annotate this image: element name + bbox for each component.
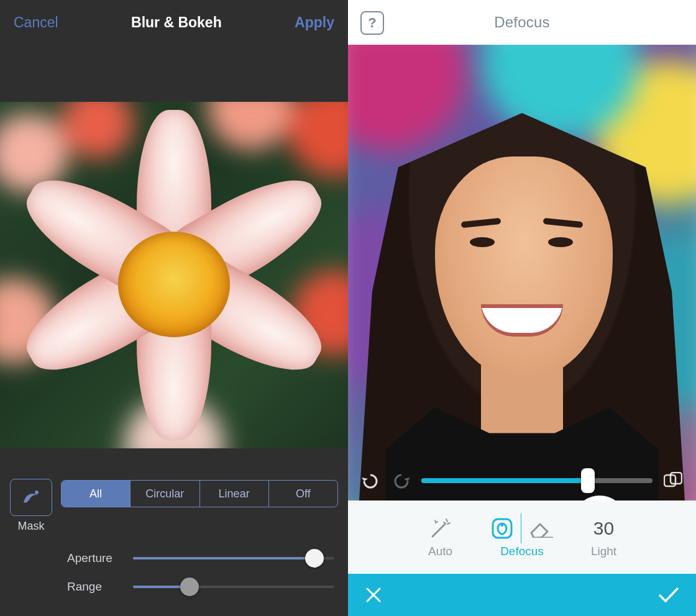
tool-light-label: Light [591, 545, 616, 558]
aperture-slider[interactable] [133, 557, 334, 559]
mask-button[interactable] [10, 479, 52, 516]
left-header: Cancel Blur & Bokeh Apply [0, 0, 348, 45]
defocus-knob[interactable] [581, 468, 595, 493]
defocus-icon [491, 517, 513, 540]
segment-linear[interactable]: Linear [200, 481, 269, 507]
defocus-screen: ? Defocus [348, 0, 696, 616]
range-label: Range [67, 580, 124, 594]
help-button[interactable]: ? [360, 11, 384, 35]
confirm-icon[interactable] [657, 586, 680, 604]
redo-icon[interactable] [392, 473, 410, 489]
preview-image[interactable] [348, 45, 696, 500]
tool-defocus[interactable]: Defocus [491, 516, 554, 558]
undo-icon[interactable] [362, 473, 380, 489]
tool-auto[interactable]: Auto [413, 516, 469, 558]
svg-point-4 [501, 524, 503, 527]
range-slider[interactable] [133, 586, 334, 588]
bottom-bar [348, 574, 696, 616]
light-value: 30 [593, 518, 614, 539]
flower-subject [26, 127, 322, 424]
segment-circular[interactable]: Circular [130, 481, 199, 507]
close-icon[interactable] [364, 586, 383, 604]
wand-icon [429, 517, 452, 540]
segment-off[interactable]: Off [269, 481, 337, 507]
tool-strip: Auto Defocus 30 [348, 500, 696, 574]
svg-point-0 [35, 491, 39, 494]
preview-image[interactable] [0, 102, 348, 448]
blur-mode-segmented[interactable]: All Circular Linear Off [61, 480, 338, 507]
tool-defocus-label: Defocus [500, 545, 544, 558]
mask-label: Mask [17, 520, 44, 533]
blur-bokeh-screen: Cancel Blur & Bokeh Apply [0, 0, 348, 616]
apply-button[interactable]: Apply [295, 14, 334, 31]
aperture-label: Aperture [67, 551, 124, 565]
tool-auto-label: Auto [428, 545, 452, 558]
tool-light[interactable]: 30 Light [576, 516, 632, 558]
page-title: Blur & Bokeh [131, 14, 222, 31]
compare-icon[interactable] [664, 472, 682, 489]
controls-panel: Mask All Circular Linear Off Aperture [0, 479, 348, 616]
defocus-slider[interactable] [421, 478, 652, 483]
page-title: Defocus [494, 14, 549, 31]
right-header: ? Defocus [348, 0, 696, 45]
image-overlay-controls [348, 472, 696, 489]
separator [521, 514, 521, 543]
mask-icon [20, 487, 42, 507]
spacer [0, 45, 348, 102]
eraser-icon [529, 519, 554, 538]
aperture-knob[interactable] [305, 549, 324, 568]
segment-all[interactable]: All [62, 481, 130, 507]
range-knob[interactable] [180, 578, 199, 596]
cancel-button[interactable]: Cancel [14, 14, 58, 31]
